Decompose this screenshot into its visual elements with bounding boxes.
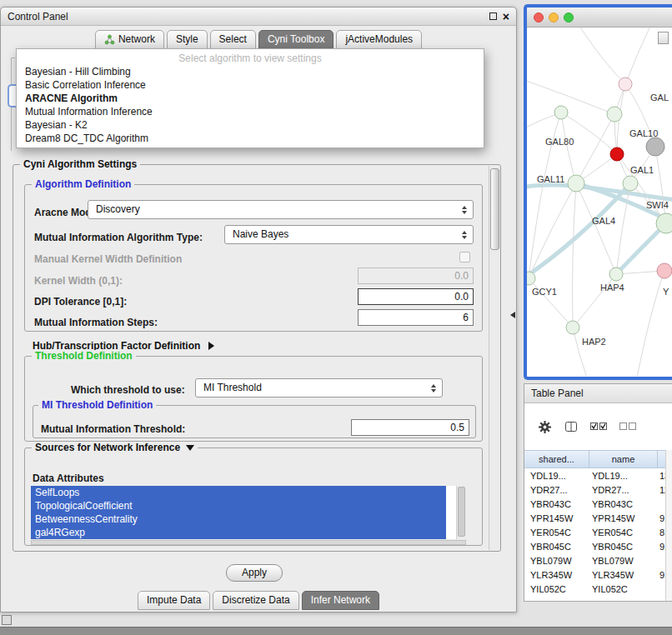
node-label: GAL10: [629, 128, 658, 138]
table-row[interactable]: YLR345WYLR345W9.: [524, 568, 672, 582]
network-node[interactable]: [568, 175, 584, 192]
network-node[interactable]: [619, 78, 632, 91]
network-node[interactable]: [646, 138, 664, 156]
minimize-traffic-light-icon[interactable]: [549, 12, 559, 22]
network-node[interactable]: [610, 148, 624, 161]
settings-scrollbar[interactable]: [489, 166, 500, 550]
group-title: Cyni Algorithm Settings: [20, 158, 140, 170]
combo-stepper-icon: [459, 226, 469, 243]
mi-steps-label: Mutual Information Steps:: [34, 317, 158, 328]
network-node[interactable]: [623, 176, 638, 191]
column-header-2[interactable]: name: [589, 451, 658, 468]
network-node[interactable]: [527, 272, 535, 285]
minimized-window-icon[interactable]: [2, 615, 12, 625]
bottom-tab-discretize-data[interactable]: Discretize Data: [213, 591, 298, 610]
combo-stepper-icon: [459, 201, 469, 218]
attribute-item-betweennesscentrality[interactable]: BetweennessCentrality: [31, 512, 446, 526]
bottom-tab-impute-data[interactable]: Impute Data: [138, 591, 210, 610]
network-node[interactable]: [566, 321, 579, 334]
deselect-all-button[interactable]: [619, 422, 636, 432]
node-label: GAL: [650, 92, 669, 102]
scrollbar-thumb[interactable]: [458, 487, 465, 537]
manual-kernel-width-checkbox[interactable]: [459, 252, 470, 262]
table-row[interactable]: YER054CYER054C8.: [524, 525, 672, 539]
control-panel-tabbar: NetworkStyleSelectCyni ToolboxjActiveMod…: [1, 31, 516, 49]
group-title: MI Threshold Definition: [38, 399, 156, 411]
close-icon[interactable]: ×: [503, 12, 509, 22]
network-node[interactable]: [657, 263, 672, 278]
network-node[interactable]: [607, 107, 622, 122]
table-cell: YPR145W: [589, 513, 658, 523]
tab-cyni-toolbox[interactable]: Cyni Toolbox: [258, 30, 333, 49]
table-panel-titlebar[interactable]: Table Panel: [524, 384, 672, 403]
tab-label: jActiveModules: [345, 33, 413, 45]
mi-threshold-field[interactable]: 0.5: [351, 419, 469, 436]
algorithm-option-aracne-algorithm[interactable]: ARACNE Algorithm: [17, 92, 484, 105]
group-title: Algorithm Definition: [32, 178, 134, 190]
sources-section-header[interactable]: Sources for Network Inference: [32, 442, 198, 453]
data-attributes-label: Data Attributes: [33, 472, 104, 484]
table-row[interactable]: YBL079WYBL079W: [524, 553, 672, 568]
table-cell: YBR045C: [524, 542, 589, 552]
table-row[interactable]: YIL052CYIL052C: [524, 582, 672, 596]
network-canvas[interactable]: GALGAL80GAL10GAL1GAL11SWI4GAL4GCY1HAP4HA…: [527, 28, 672, 376]
table-row[interactable]: YDL19...YDL19...13: [524, 468, 672, 482]
network-edge: [573, 183, 577, 328]
scrollbar-thumb[interactable]: [490, 168, 499, 250]
algorithm-option-mutual-information-inference[interactable]: Mutual Information Inference: [17, 105, 484, 118]
tab-jactivemodules[interactable]: jActiveModules: [336, 30, 422, 49]
node-label: GAL80: [545, 137, 574, 147]
node-label: GAL11: [537, 174, 564, 184]
aracne-mode-select[interactable]: Discovery: [88, 200, 474, 219]
close-traffic-light-icon[interactable]: [534, 12, 544, 22]
select-all-button[interactable]: [590, 422, 607, 432]
table-cell: YIL052C: [589, 584, 658, 594]
mi-threshold-label: Mutual Information Threshold:: [41, 423, 185, 435]
table-row[interactable]: YBR045CYBR045C9.: [524, 539, 672, 553]
algorithm-option-bayesian-k2[interactable]: Bayesian - K2: [17, 118, 484, 132]
gear-icon: [538, 420, 552, 434]
table-row[interactable]: YPR145WYPR145W9.: [524, 511, 672, 525]
mi-algorithm-type-select[interactable]: Naive Bayes: [224, 225, 474, 244]
algorithm-option-bayesian-hill-climbing[interactable]: Bayesian - Hill Climbing: [17, 65, 484, 78]
algorithm-option-dream8-dc-tdc-algorithm[interactable]: Dream8 DC_TDC Algorithm: [17, 132, 484, 145]
tab-select[interactable]: Select: [210, 30, 256, 49]
attributes-list-scrollbar[interactable]: [456, 486, 466, 539]
table-cell: YDR27...: [589, 485, 658, 495]
control-panel-titlebar[interactable]: Control Panel ×: [1, 8, 516, 26]
algorithm-option-basic-correlation-inference[interactable]: Basic Correlation Inference: [17, 78, 484, 92]
attribute-item-topologicalcoefficient[interactable]: TopologicalCoefficient: [31, 499, 446, 512]
node-label: GAL1: [630, 165, 654, 175]
attribute-item-selfloops[interactable]: SelfLoops: [31, 486, 446, 499]
which-threshold-select[interactable]: MI Threshold: [195, 378, 443, 398]
apply-button[interactable]: Apply: [226, 564, 283, 582]
network-view-window: GALGAL80GAL10GAL1GAL11SWI4GAL4GCY1HAP4HA…: [524, 4, 672, 380]
tab-style[interactable]: Style: [167, 30, 208, 49]
network-graph[interactable]: GALGAL80GAL10GAL1GAL11SWI4GAL4GCY1HAP4HA…: [527, 28, 672, 376]
tab-network[interactable]: Network: [95, 30, 164, 49]
network-node[interactable]: [656, 213, 672, 233]
table-row[interactable]: YDR27...YDR27...12: [524, 482, 672, 497]
column-visibility-button[interactable]: [564, 420, 578, 433]
float-window-icon[interactable]: [489, 12, 497, 20]
attribute-item-gal4rgexp[interactable]: gal4RGexp: [31, 526, 446, 539]
mi-steps-field[interactable]: 6: [358, 309, 474, 326]
network-node[interactable]: [554, 106, 568, 119]
bottom-tab-infer-network[interactable]: Infer Network: [302, 591, 379, 610]
column-header-1[interactable]: shared...: [524, 451, 589, 468]
dpi-tolerance-field[interactable]: 0.0: [358, 288, 474, 305]
data-attributes-list[interactable]: SelfLoopsTopologicalCoefficientBetweenne…: [31, 486, 466, 539]
table-scrollbar[interactable]: [665, 450, 672, 601]
network-window-titlebar[interactable]: [527, 8, 672, 28]
panel-collapse-arrow[interactable]: [510, 312, 515, 318]
network-node[interactable]: [609, 268, 623, 281]
expand-arrow-icon[interactable]: [208, 342, 214, 350]
table-row[interactable]: YBR043CYBR043C: [524, 497, 672, 511]
table-settings-button[interactable]: [538, 420, 552, 434]
group-title-text: Algorithm Definition: [35, 178, 131, 190]
zoom-traffic-light-icon[interactable]: [564, 12, 574, 22]
collapse-arrow-icon[interactable]: [186, 445, 194, 451]
network-edge: [527, 79, 614, 114]
network-tool-button[interactable]: [658, 32, 669, 44]
attributes-horizontal-scrollbar[interactable]: [31, 540, 466, 545]
